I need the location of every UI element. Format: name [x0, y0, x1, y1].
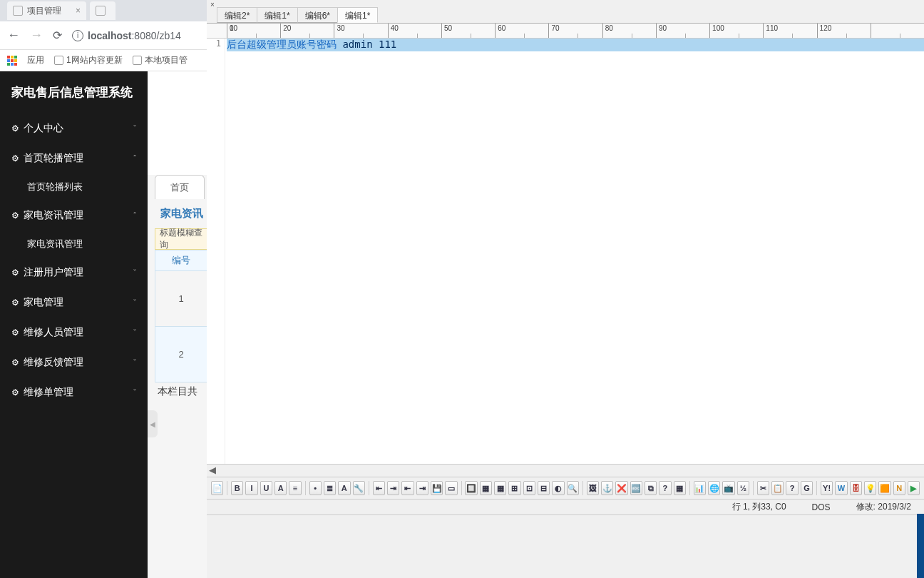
toolbar-button-21[interactable]: ⊟	[538, 481, 550, 495]
info-icon[interactable]: i	[72, 30, 83, 41]
table-row[interactable]: 1	[155, 271, 207, 327]
submenu-carousel-list[interactable]: 首页轮播列表	[0, 173, 148, 201]
editor-tab-1[interactable]: 编辑2*	[217, 7, 257, 23]
toolbar-button-15[interactable]: ▭	[445, 481, 457, 495]
admin-sidebar: 家电售后信息管理系统 ⚙个人中心 ˇ ⚙首页轮播管理 ˆ 首页轮播列表 ⚙家电资…	[0, 71, 148, 578]
toolbar-button-14[interactable]: 💾	[431, 481, 443, 495]
menu-feedback-mgmt[interactable]: ⚙维修反馈管理 ˇ	[0, 348, 148, 377]
toolbar-button-6[interactable]: •	[309, 481, 322, 495]
editor-tab-3[interactable]: 编辑6*	[297, 7, 338, 23]
toolbar-button-13[interactable]: ⇥	[416, 481, 428, 495]
collapse-handle[interactable]: ◀	[148, 410, 158, 437]
apps-label[interactable]: 应用	[27, 54, 44, 66]
status-encoding: DOS	[799, 502, 843, 512]
toolbar-button-12[interactable]: ⇤	[401, 481, 414, 495]
toolbar-button-30[interactable]: ▦	[674, 481, 686, 495]
chevron-down-icon: ˇ	[133, 328, 136, 337]
back-icon[interactable]: ←	[7, 28, 20, 43]
menu-appliance-mgmt[interactable]: ⚙家电管理 ˇ	[0, 288, 148, 318]
editor-tab-4[interactable]: 编辑1*	[337, 7, 378, 23]
bookmark-1[interactable]: 1网站内容更新	[54, 54, 123, 66]
toolbar-button-41[interactable]: 🗄	[850, 481, 862, 495]
toolbar-button-29[interactable]: ?	[659, 481, 671, 495]
browser-tab-1[interactable]: 项目管理 ×	[7, 1, 86, 20]
toolbar-button-32[interactable]: 🌐	[708, 481, 720, 495]
chevron-down-icon: ˇ	[133, 268, 136, 277]
gear-icon: ⚙	[11, 328, 19, 338]
chevron-up-icon: ˆ	[133, 154, 136, 163]
toolbar-button-27[interactable]: 🔤	[630, 481, 642, 495]
status-bar: 行 1, 列33, C0 DOS 修改: 2019/3/2	[207, 500, 924, 515]
page-icon	[13, 6, 23, 16]
menu-carousel-mgmt[interactable]: ⚙首页轮播管理 ˆ	[0, 143, 148, 173]
toolbar-button-28[interactable]: ⧉	[645, 481, 657, 495]
code-line-1[interactable]: 后台超级管理员账号密码 admin 111	[227, 39, 924, 51]
toolbar-button-17[interactable]: ▦	[480, 481, 492, 495]
toolbar-button-2[interactable]: I	[245, 481, 257, 495]
apps-icon[interactable]	[7, 56, 17, 66]
toolbar-button-0[interactable]: 📄	[211, 481, 223, 495]
close-icon[interactable]: ×	[76, 6, 81, 16]
menu-personal-center[interactable]: ⚙个人中心 ˇ	[0, 113, 148, 143]
toolbar-button-22[interactable]: ◐	[552, 481, 564, 495]
toolbar-button-33[interactable]: 📺	[722, 481, 734, 495]
menu-repair-staff[interactable]: ⚙维修人员管理 ˇ	[0, 318, 148, 348]
menu-news-mgmt[interactable]: ⚙家电资讯管理 ˆ	[0, 201, 148, 230]
submenu-news-mgmt[interactable]: 家电资讯管理	[0, 230, 148, 258]
separator	[816, 481, 817, 495]
scroll-left-icon[interactable]: ◀	[207, 465, 218, 475]
toolbar-button-37[interactable]: ?	[786, 481, 798, 495]
url-input[interactable]: i localhost:8080/zb14	[72, 30, 200, 41]
toolbar-button-18[interactable]: ▦	[494, 481, 506, 495]
toolbar-button-45[interactable]: ▶	[908, 481, 920, 495]
toolbar-button-11[interactable]: ⇥	[387, 481, 399, 495]
code-text-cn: 后台超级管理员账号密码	[227, 39, 342, 50]
text-editor-app: × 编辑2* 编辑1* 编辑6* 编辑1* 010 20 30 40 50 60…	[207, 0, 924, 578]
toolbar-button-16[interactable]: 🔲	[465, 481, 477, 495]
tab-home[interactable]: 首页	[155, 175, 205, 199]
toolbar-button-7[interactable]: ≣	[324, 481, 336, 495]
editor-text-area[interactable]: 1 后台超级管理员账号密码 admin 111	[207, 39, 924, 467]
bookmark-2[interactable]: 本地项目管	[133, 54, 188, 66]
toolbar-button-4[interactable]: A	[274, 481, 287, 495]
filter-label: 标题模糊查询	[160, 227, 207, 251]
separator	[227, 481, 227, 495]
editor-tab-2[interactable]: 编辑1*	[257, 7, 297, 23]
horizontal-scrollbar[interactable]: ◀	[207, 464, 924, 475]
table-row[interactable]: 2	[155, 327, 207, 382]
forward-icon[interactable]: →	[30, 28, 43, 43]
toolbar-button-23[interactable]: 🔍	[567, 481, 579, 495]
tab-title: 项目管理	[27, 5, 61, 17]
toolbar-button-40[interactable]: W	[835, 481, 847, 495]
toolbar-button-26[interactable]: ❌	[615, 481, 627, 495]
toolbar-button-3[interactable]: U	[260, 481, 272, 495]
toolbar-button-1[interactable]: B	[231, 481, 243, 495]
toolbar-button-34[interactable]: ½	[737, 481, 749, 495]
table-footer: 本栏目共	[158, 385, 197, 398]
toolbar-button-38[interactable]: G	[801, 481, 813, 495]
toolbar-button-31[interactable]: 📊	[694, 481, 706, 495]
toolbar-button-44[interactable]: N	[893, 481, 905, 495]
browser-tab-2[interactable]	[90, 1, 115, 20]
toolbar-button-36[interactable]: 📋	[771, 481, 784, 495]
gear-icon: ⚙	[11, 153, 19, 163]
toolbar-button-10[interactable]: ⇤	[373, 481, 385, 495]
toolbar-button-5[interactable]: ≡	[289, 481, 301, 495]
toolbar-button-19[interactable]: ⊞	[508, 481, 520, 495]
toolbar-button-24[interactable]: 🖼	[587, 481, 599, 495]
toolbar-button-20[interactable]: ⊡	[523, 481, 535, 495]
toolbar-button-39[interactable]: Y!	[821, 481, 833, 495]
system-title: 家电售后信息管理系统	[0, 71, 148, 113]
menu-user-mgmt[interactable]: ⚙注册用户管理 ˇ	[0, 258, 148, 288]
toolbar-button-9[interactable]: 🔧	[353, 481, 365, 495]
menu-order-mgmt[interactable]: ⚙维修单管理 ˇ	[0, 377, 148, 407]
toolbar-button-25[interactable]: ⚓	[601, 481, 613, 495]
toolbar-button-8[interactable]: A	[338, 481, 350, 495]
separator	[582, 481, 583, 495]
toolbar-button-43[interactable]: 🟧	[878, 481, 890, 495]
reload-icon[interactable]: ⟳	[53, 29, 62, 42]
chevron-up-icon: ˆ	[133, 211, 136, 220]
toolbar-button-42[interactable]: 💡	[864, 481, 876, 495]
chevron-down-icon: ˇ	[133, 358, 136, 367]
toolbar-button-35[interactable]: ✂	[757, 481, 769, 495]
